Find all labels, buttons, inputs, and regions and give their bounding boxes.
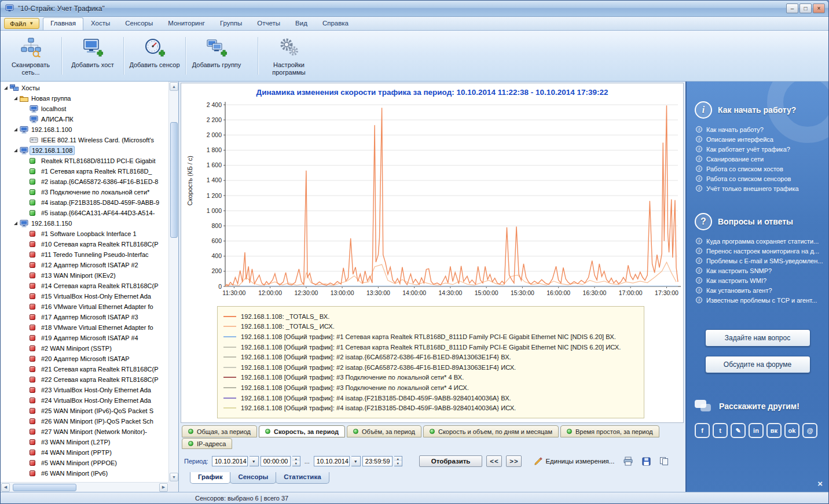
tree-item[interactable]: IEEE 802.11 Wireless Card. (Microsoft's [1, 135, 168, 145]
spinner-down-icon[interactable]: ▼ [394, 461, 402, 466]
tree-item[interactable]: Realtek RTL8168D/8111D PCI-E Gigabit [1, 156, 168, 166]
tree-item[interactable]: АЛИСА-ПК [1, 114, 168, 124]
help-link[interactable]: iКак работает учёт трафика? [696, 144, 828, 154]
help-link[interactable]: iРабота со списком хостов [696, 164, 828, 174]
email-icon[interactable]: @ [802, 423, 817, 438]
tab-Сенсоры[interactable]: Сенсоры [118, 17, 160, 30]
tree-item[interactable]: Хосты [1, 83, 168, 93]
help-panel-close-icon[interactable]: × [817, 479, 823, 488]
date-from-dropdown-icon[interactable]: ▼ [250, 456, 259, 466]
add-host-button[interactable]: Добавить хост [65, 32, 120, 79]
tab-Вид[interactable]: Вид [288, 17, 315, 30]
units-of-measure-link[interactable]: Единицы измерения... [534, 457, 614, 466]
tree-expander-icon[interactable] [13, 126, 20, 133]
tab-Хосты[interactable]: Хосты [83, 17, 118, 30]
help-link[interactable]: iКак настроить SNMP? [696, 266, 828, 275]
view-tab[interactable]: Скорость, за период [259, 425, 345, 437]
tree-item[interactable]: #10 Сетевая карта Realtek RTL8168C(P [1, 239, 168, 249]
tree-item[interactable]: #17 Адаптер Microsoft ISATAP #3 [1, 312, 168, 322]
date-from-input[interactable]: 10.10.2014 [212, 456, 248, 466]
program-settings-button[interactable]: Настройки программы [261, 32, 317, 79]
scan-network-button[interactable]: Сканировать сеть... [3, 32, 58, 79]
odnoklassniki-icon[interactable]: ok [784, 423, 799, 438]
tree-item[interactable]: #20 Адаптер Microsoft ISATAP [1, 354, 168, 364]
view-tab[interactable]: Время простоя, за период [560, 425, 659, 437]
title-bar[interactable]: "10-Страйк: Учет Трафика" – □ × [1, 1, 828, 17]
help-link[interactable]: iПроблемы с E-mail и SMS-уведомлен... [696, 256, 828, 266]
display-button[interactable]: Отобразить [419, 455, 483, 467]
next-period-button[interactable]: >> [506, 455, 522, 467]
tab-Группы[interactable]: Группы [212, 17, 250, 30]
tree-item[interactable]: #27 WAN Miniport (Network Monitor)- [1, 426, 168, 437]
add-sensor-button[interactable]: Добавить сенсор [127, 32, 182, 79]
tree-item[interactable]: Новая группа [1, 93, 168, 104]
tab-Справка[interactable]: Справка [315, 17, 356, 30]
vertical-scroll-thumb[interactable] [170, 122, 178, 238]
tree-item[interactable]: 192.168.1.150 [1, 218, 168, 229]
date-to-input[interactable]: 10.10.2014 [314, 456, 350, 466]
help-link[interactable]: iСканирование сети [696, 154, 828, 164]
facebook-icon[interactable]: f [695, 423, 710, 438]
spinner-down-icon[interactable]: ▼ [292, 461, 300, 466]
linkedin-icon[interactable]: in [749, 423, 764, 438]
tree-item[interactable]: #22 Сетевая карта Realtek RTL8168C(P [1, 374, 168, 385]
tree-expander-icon[interactable] [13, 147, 20, 154]
spinner-up-icon[interactable]: ▲ [394, 457, 402, 461]
save-button[interactable] [642, 457, 651, 466]
help-link[interactable]: iКуда программа сохраняет статисти... [696, 236, 828, 246]
bottom-tab-Сенсоры[interactable]: Сенсоры [230, 472, 276, 484]
bottom-tab-График[interactable]: График [190, 472, 230, 484]
tree-item[interactable]: #19 Адаптер Microsoft ISATAP #4 [1, 333, 168, 343]
minimize-button[interactable]: – [786, 3, 798, 13]
previous-period-button[interactable]: << [486, 455, 502, 467]
tab-Мониторинг[interactable]: Мониторинг [160, 17, 212, 30]
tree-item[interactable]: #21 Сетевая карта Realtek RTL8168C(P [1, 364, 168, 374]
view-tab[interactable]: Объём, за период [347, 425, 421, 437]
tree-expander-icon[interactable] [3, 84, 10, 91]
tree-item[interactable]: #6 WAN Miniport (IPv6) [1, 468, 168, 479]
tree-item[interactable]: #4 WAN Miniport (PPTP) [1, 447, 168, 458]
view-tab[interactable]: Скорость и объем, по дням и месяцам [423, 425, 559, 437]
tree-item[interactable]: #14 Сетевая карта Realtek RTL8168C(P [1, 281, 168, 291]
tree-item[interactable]: #3 Подключение по локальной сети* [1, 187, 168, 197]
view-tab[interactable]: Общая, за период [182, 425, 257, 437]
spinner-up-icon[interactable]: ▲ [292, 457, 300, 461]
tree-item[interactable]: #24 VirtualBox Host-Only Ethernet Ada [1, 395, 168, 406]
tree-item[interactable]: 192.168.1.100 [1, 124, 168, 135]
tree-item[interactable]: #3 WAN Miniport (L2TP) [1, 437, 168, 447]
scroll-right-arrow-icon[interactable]: ▶ [159, 483, 168, 492]
help-link[interactable]: iКак настроить WMI? [696, 275, 828, 285]
forum-button[interactable]: Обсудите на форуме [705, 356, 810, 373]
tab-Главная[interactable]: Главная [43, 17, 83, 30]
tree-expander-icon[interactable] [13, 220, 20, 227]
tree-item[interactable]: #18 VMware Virtual Ethernet Adapter fo [1, 322, 168, 333]
close-button[interactable]: × [813, 3, 825, 13]
tree-item[interactable]: #23 VirtualBox Host-Only Ethernet Ada [1, 385, 168, 395]
view-tab[interactable]: IP-адреса [182, 438, 232, 449]
scroll-up-arrow-icon[interactable]: ▲ [170, 82, 178, 91]
tree-item[interactable]: #13 WAN Miniport (IKEv2) [1, 270, 168, 281]
maximize-button[interactable]: □ [799, 3, 812, 13]
help-link[interactable]: iРабота со списком сенсоров [696, 174, 828, 183]
tree-horizontal-scrollbar[interactable]: ◀ ▶ [1, 482, 168, 492]
add-group-button[interactable]: Добавить группу [189, 32, 244, 79]
horizontal-scroll-thumb[interactable] [13, 484, 76, 491]
twitter-icon[interactable]: t [713, 423, 728, 438]
tree-item[interactable]: #15 VirtualBox Host-Only Ethernet Ada [1, 291, 168, 301]
tree-item[interactable]: #11 Teredo Tunneling Pseudo-Interfac [1, 249, 168, 260]
help-link[interactable]: iУчёт только внешнего трафика [696, 183, 828, 193]
print-button[interactable] [623, 457, 633, 466]
help-link[interactable]: iИзвестные проблемы с TCP и агент... [696, 295, 828, 305]
tree-item[interactable]: #1 Сетевая карта Realtek RTL8168D_ [1, 166, 168, 176]
tree-item[interactable]: #12 Адаптер Microsoft ISATAP #2 [1, 260, 168, 270]
time-to-input[interactable]: 23:59:59 [362, 456, 393, 466]
tab-Отчеты[interactable]: Отчеты [250, 17, 288, 30]
livejournal-icon[interactable]: ✎ [731, 423, 746, 438]
tree-item[interactable]: #26 WAN Miniport (IP)-QoS Packet Sch [1, 416, 168, 426]
time-from-input[interactable]: 00:00:00 [261, 456, 291, 466]
scroll-down-arrow-icon[interactable]: ▼ [170, 473, 178, 481]
tree-item[interactable]: #4 isatap.{F21B3185-D84D-459F-9ABB-9 [1, 197, 168, 208]
tree-item[interactable]: #5 WAN Miniport (PPPOE) [1, 458, 168, 468]
date-to-dropdown-icon[interactable]: ▼ [351, 456, 361, 466]
tree-item[interactable]: #25 WAN Miniport (IPv6)-QoS Packet S [1, 406, 168, 416]
